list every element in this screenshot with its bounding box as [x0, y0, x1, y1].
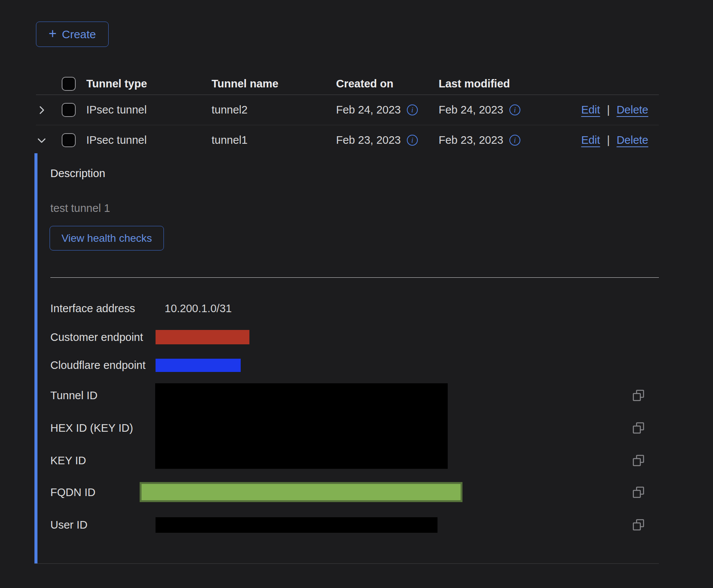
delete-link[interactable]: Delete [616, 134, 648, 146]
column-header-created-on: Created on [336, 78, 439, 90]
last-modified-cell: Feb 23, 2023 [439, 134, 503, 146]
info-icon[interactable]: i [407, 104, 418, 115]
created-on-cell: Feb 24, 2023 [336, 104, 401, 116]
info-icon[interactable]: i [509, 104, 520, 115]
section-divider [50, 277, 659, 278]
key-id-label: KEY ID [50, 454, 86, 467]
tunnels-table: Tunnel type Tunnel name Created on Last … [36, 73, 659, 155]
edit-link[interactable]: Edit [581, 134, 600, 146]
copy-icon[interactable] [632, 389, 645, 402]
description-text: test tunnel 1 [50, 202, 110, 215]
chevron-down-icon[interactable] [36, 135, 47, 146]
cloudflare-endpoint-label: Cloudflare endpoint [50, 359, 146, 372]
hex-id-label: HEX ID (KEY ID) [50, 422, 133, 434]
row-checkbox[interactable] [62, 133, 76, 147]
column-header-tunnel-type: Tunnel type [86, 78, 212, 90]
action-separator: | [607, 134, 610, 146]
row-checkbox[interactable] [62, 103, 76, 117]
info-icon[interactable]: i [509, 135, 520, 146]
fqdn-id-label: FQDN ID [50, 486, 95, 499]
column-header-last-modified: Last modified [439, 78, 549, 90]
created-on-cell: Feb 23, 2023 [336, 134, 401, 146]
select-all-checkbox[interactable] [62, 77, 76, 91]
table-row-tunnel2: IPsec tunnel tunnel2 Feb 24, 2023 i Feb … [36, 95, 659, 125]
cloudflare-endpoint-redacted-value [156, 359, 241, 372]
copy-icon[interactable] [632, 486, 645, 499]
view-health-checks-button[interactable]: View health checks [50, 226, 164, 250]
fqdn-id-redacted-value [140, 482, 462, 502]
delete-link[interactable]: Delete [616, 104, 648, 116]
last-modified-cell: Feb 24, 2023 [439, 104, 503, 116]
tunnel-name-cell: tunnel1 [212, 134, 336, 146]
tunnel-type-cell: IPsec tunnel [86, 134, 212, 146]
interface-address-value: 10.200.1.0/31 [165, 302, 232, 315]
customer-endpoint-redacted-value [156, 330, 249, 344]
info-icon[interactable]: i [407, 135, 418, 146]
table-header-row: Tunnel type Tunnel name Created on Last … [36, 73, 659, 95]
action-separator: | [607, 104, 610, 116]
plus-icon: + [48, 27, 56, 40]
user-id-label: User ID [50, 518, 87, 531]
edit-link[interactable]: Edit [581, 104, 600, 116]
expanded-row-indicator-bar [34, 153, 37, 563]
copy-icon[interactable] [632, 422, 645, 434]
ids-redacted-value-block [155, 383, 448, 469]
description-label: Description [50, 167, 105, 180]
copy-icon[interactable] [632, 518, 645, 531]
create-button-label: Create [62, 28, 96, 41]
tunnel-detail-panel: Description test tunnel 1 View health ch… [34, 153, 659, 564]
interface-address-label: Interface address [50, 302, 135, 315]
copy-icon[interactable] [632, 454, 645, 467]
table-row-tunnel1: IPsec tunnel tunnel1 Feb 23, 2023 i Feb … [36, 125, 659, 155]
tunnel-id-label: Tunnel ID [50, 389, 98, 402]
customer-endpoint-label: Customer endpoint [50, 331, 143, 344]
tunnel-type-cell: IPsec tunnel [86, 104, 212, 116]
user-id-redacted-value [156, 517, 437, 533]
chevron-right-icon[interactable] [36, 104, 47, 116]
create-button[interactable]: + Create [36, 22, 109, 47]
ipsec-tunnels-page: + Create Tunnel type Tunnel name Created… [0, 0, 713, 588]
column-header-tunnel-name: Tunnel name [212, 78, 336, 90]
tunnel-name-cell: tunnel2 [212, 104, 336, 116]
